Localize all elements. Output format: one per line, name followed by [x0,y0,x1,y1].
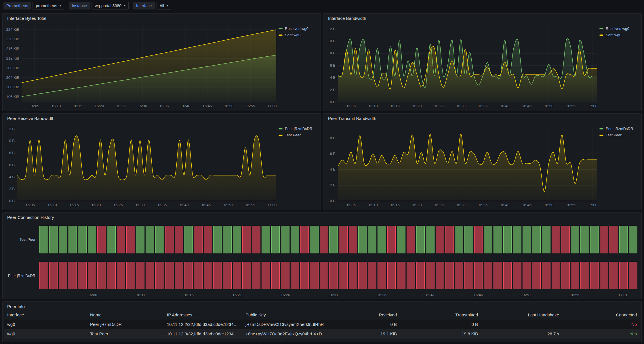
state-bar-connected[interactable] [426,226,435,253]
state-bar-disconnected[interactable] [407,262,415,289]
variable-value-prometheus[interactable]: prometheus ▾ [33,2,64,9]
state-bar-connected[interactable] [223,226,232,253]
state-bar-disconnected[interactable] [204,226,212,253]
state-bar-disconnected[interactable] [310,262,319,289]
state-bar-disconnected[interactable] [503,262,512,289]
state-bar-disconnected[interactable] [252,262,261,289]
legend-item[interactable]: Received wg0 [599,26,639,31]
state-bar-disconnected[interactable] [320,226,328,253]
state-bar-disconnected[interactable] [561,226,570,253]
state-bar-connected[interactable] [146,226,154,253]
state-bar-disconnected[interactable] [165,262,174,289]
state-bar-disconnected[interactable] [358,262,367,289]
state-bar-disconnected[interactable] [629,262,637,289]
legend-item[interactable]: Test Peer [599,133,639,137]
state-bar-disconnected[interactable] [426,262,435,289]
state-bar-disconnected[interactable] [474,226,483,253]
state-bar-connected[interactable] [271,226,280,253]
time-series-chart[interactable]: 16:0516:1016:1516:2016:2516:3016:3516:40… [4,22,279,110]
time-series-chart[interactable]: 16:0516:1016:1516:2016:2516:3016:3516:40… [4,122,279,209]
state-bar-connected[interactable] [494,226,502,253]
state-bar-disconnected[interactable] [291,262,299,289]
state-bar-disconnected[interactable] [194,262,203,289]
state-bar-disconnected[interactable] [97,226,106,253]
state-bar-disconnected[interactable] [146,262,154,289]
state-bar-disconnected[interactable] [49,262,58,289]
state-bar-disconnected[interactable] [204,262,212,289]
state-bar-disconnected[interactable] [126,226,135,253]
state-bar-disconnected[interactable] [455,262,464,289]
state-bar-connected[interactable] [78,226,87,253]
state-bar-disconnected[interactable] [532,262,541,289]
state-bar-disconnected[interactable] [436,226,444,253]
time-series-chart[interactable]: 16:0516:1016:1516:2016:2516:3016:3516:40… [325,22,599,110]
legend-item[interactable]: Received wg0 [279,26,318,31]
state-bar-disconnected[interactable] [416,262,425,289]
panel-title[interactable]: Peer Connection History [3,213,641,220]
state-bar-connected[interactable] [523,226,531,253]
column-header-interface[interactable]: Interface [4,310,87,320]
state-bar-disconnected[interactable] [561,262,570,289]
state-bar-disconnected[interactable] [88,262,96,289]
state-bar-connected[interactable] [619,226,628,253]
state-bar-disconnected[interactable] [320,262,328,289]
state-bar-connected[interactable] [580,226,589,253]
state-bar-connected[interactable] [59,226,67,253]
state-bar-disconnected[interactable] [271,262,280,289]
state-bar-disconnected[interactable] [59,262,67,289]
state-bar-disconnected[interactable] [464,262,473,289]
state-bar-connected[interactable] [484,226,493,253]
legend-item[interactable]: Sent wg0 [279,33,318,37]
legend-item[interactable]: Peer jRzmDsDR [279,127,318,131]
column-header-connected[interactable]: Connected [563,310,640,320]
state-bar-disconnected[interactable] [107,262,116,289]
state-bar-connected[interactable] [358,226,367,253]
state-bar-connected[interactable] [378,226,386,253]
state-bar-disconnected[interactable] [184,262,193,289]
state-bar-connected[interactable] [464,226,473,253]
state-bar-connected[interactable] [368,226,377,253]
state-bar-disconnected[interactable] [39,262,48,289]
state-bar-disconnected[interactable] [339,226,348,253]
state-bar-disconnected[interactable] [484,262,493,289]
state-bar-disconnected[interactable] [445,226,454,253]
state-bar-disconnected[interactable] [262,262,270,289]
state-bar-connected[interactable] [629,226,637,253]
state-bar-connected[interactable] [184,226,193,253]
column-header-ip-addresses[interactable]: IP Addresses [163,310,242,320]
state-bar-disconnected[interactable] [436,262,444,289]
state-bar-disconnected[interactable] [223,262,232,289]
state-bar-connected[interactable] [513,226,521,253]
panel-title[interactable]: Interface Bandwidth [323,14,641,21]
state-bar-disconnected[interactable] [242,226,251,253]
state-bar-disconnected[interactable] [619,262,628,289]
state-bar-connected[interactable] [155,226,164,253]
state-bar-disconnected[interactable] [368,262,377,289]
state-bar-disconnected[interactable] [126,262,135,289]
state-bar-disconnected[interactable] [136,262,145,289]
state-bar-disconnected[interactable] [213,262,222,289]
state-bar-disconnected[interactable] [175,262,183,289]
state-bar-connected[interactable] [136,226,145,253]
column-header-transmitted[interactable]: Transmitted [400,310,481,320]
state-bar-disconnected[interactable] [445,262,454,289]
state-bar-disconnected[interactable] [175,226,183,253]
state-bar-disconnected[interactable] [542,262,550,289]
state-bar-disconnected[interactable] [513,262,521,289]
column-header-public-key[interactable]: Public Key [242,310,331,320]
state-bar-disconnected[interactable] [300,262,309,289]
panel-title[interactable]: Peer Transmit Bandwidth [323,114,641,121]
state-bar-disconnected[interactable] [609,226,618,253]
state-bar-disconnected[interactable] [97,262,106,289]
state-bar-disconnected[interactable] [378,262,386,289]
state-bar-disconnected[interactable] [329,262,338,289]
variable-value-instance[interactable]: wg-portal:8080 ▾ [92,2,129,9]
state-bar-connected[interactable] [291,226,299,253]
state-bar-disconnected[interactable] [552,262,560,289]
column-header-received[interactable]: Received [331,310,400,320]
column-header-last-handshake[interactable]: Last Handshake [481,310,563,320]
state-bar-disconnected[interactable] [600,262,609,289]
state-bar-disconnected[interactable] [349,226,357,253]
state-bar-disconnected[interactable] [194,226,203,253]
column-header-name[interactable]: Name [87,310,163,320]
